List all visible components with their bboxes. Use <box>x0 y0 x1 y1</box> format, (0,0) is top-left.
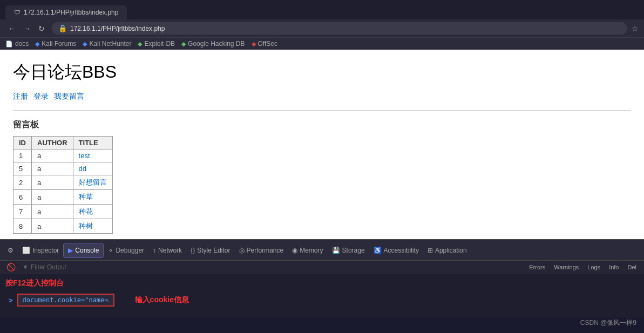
tab-application-label: Application <box>435 247 467 254</box>
cell-title: 种花 <box>73 205 112 219</box>
tab-storage-label: Storage <box>342 247 365 254</box>
tab-debugger-label: Debugger <box>116 247 144 254</box>
annotation-f12-row: 按F12进入控制台 <box>5 278 639 288</box>
tab-performance[interactable]: ◎ Performance <box>235 243 288 257</box>
bookmark-offsec[interactable]: ◆ OffSec <box>252 40 277 47</box>
console-input-row: > 输入cookie信息 <box>5 293 639 308</box>
badge-logs-button[interactable]: Logs <box>584 263 604 271</box>
storage-icon: 💾 <box>332 247 340 254</box>
tab-inspector[interactable]: ⬜ Inspector <box>18 243 63 257</box>
google-hacking-icon: ◆ <box>181 40 186 47</box>
cell-title: dd <box>73 162 112 175</box>
cell-title: 好想留言 <box>73 175 112 190</box>
bookmark-docs[interactable]: 📄 docs <box>5 40 29 47</box>
application-icon: ⊞ <box>428 247 433 254</box>
devtools-settings-btn[interactable]: ⚙ <box>3 243 18 257</box>
message-table: ID AUTHOR TITLE 1atest5add2a好想留言6a种草7a种花… <box>13 136 113 234</box>
tab-style-editor-label: Style Editor <box>197 247 230 254</box>
bookmark-kali-nethunter[interactable]: ◆ Kali NetHunter <box>83 40 131 47</box>
tab-network[interactable]: ↕ Network <box>148 243 186 257</box>
tab-storage[interactable]: 💾 Storage <box>328 243 369 257</box>
message-link[interactable]: 种树 <box>79 222 93 230</box>
cell-title: test <box>73 149 112 162</box>
console-prompt: > <box>9 296 13 304</box>
bookmarks-bar: 📄 docs ◆ Kali Forums ◆ Kali NetHunter ◆ … <box>0 37 644 50</box>
kali-forums-icon: ◆ <box>35 40 39 47</box>
browser-tab[interactable]: 🛡 172.16.1.1/PHP/jrltbbs/index.php <box>5 5 127 19</box>
bookmark-offsec-label: OffSec <box>258 40 277 47</box>
console-clear-button[interactable]: 🚫 <box>4 263 18 271</box>
nav-login[interactable]: 登录 <box>33 92 49 101</box>
section-title: 留言板 <box>13 119 631 131</box>
cell-author: a <box>32 149 73 162</box>
tab-debugger[interactable]: ⚬ Debugger <box>104 243 148 257</box>
bookmark-star-icon[interactable]: ☆ <box>632 24 639 33</box>
cell-id: 1 <box>13 149 32 162</box>
annotation-cookie-text: 输入cookie信息 <box>135 295 189 305</box>
shield-icon: 🛡 <box>14 9 21 16</box>
tab-memory-label: Memory <box>300 247 323 254</box>
message-link[interactable]: test <box>79 152 90 160</box>
console-filter-bar: 🚫 ▼ Filter Output Errors Warnings Logs I… <box>0 261 644 274</box>
reload-button[interactable]: ↻ <box>36 23 48 34</box>
cell-id: 2 <box>13 175 32 190</box>
tab-console-label: Console <box>75 247 99 254</box>
accessibility-icon: ♿ <box>374 247 382 254</box>
devtools-toolbar: ⚙ ⬜ Inspector ▶ Console ⚬ Debugger ↕ Net… <box>0 240 644 261</box>
address-bar[interactable]: 🔒 172.16.1.1/PHP/jrltbbs/index.php <box>52 22 627 35</box>
message-link[interactable]: 好想留言 <box>79 178 107 186</box>
cell-id: 7 <box>13 205 32 219</box>
address-bar-row: ← → ↻ 🔒 172.16.1.1/PHP/jrltbbs/index.php… <box>0 19 644 37</box>
lock-icon: 🔒 <box>58 24 67 32</box>
tab-memory[interactable]: ◉ Memory <box>288 243 327 257</box>
message-link[interactable]: 种草 <box>79 193 93 201</box>
nav-register[interactable]: 注册 <box>13 92 28 101</box>
table-row: 6a种草 <box>13 190 113 205</box>
cell-title: 种树 <box>73 219 112 234</box>
filter-output-label: Filter Output <box>31 263 66 271</box>
badge-warnings-button[interactable]: Warnings <box>551 263 582 271</box>
nav-leave-message[interactable]: 我要留言 <box>54 92 84 101</box>
table-row: 5add <box>13 162 113 175</box>
cell-author: a <box>32 162 73 175</box>
bookmark-google-hacking-label: Google Hacking DB <box>188 40 245 47</box>
docs-icon: 📄 <box>5 40 13 47</box>
back-button[interactable]: ← <box>5 23 18 34</box>
style-editor-icon: {} <box>191 247 195 254</box>
tab-style-editor[interactable]: {} Style Editor <box>186 243 234 257</box>
cell-id: 5 <box>13 162 32 175</box>
divider <box>13 110 631 111</box>
devtools: ⚙ ⬜ Inspector ▶ Console ⚬ Debugger ↕ Net… <box>0 239 644 317</box>
exploit-db-icon: ◆ <box>138 40 142 47</box>
forward-button[interactable]: → <box>21 23 33 34</box>
console-icon: ▶ <box>68 247 73 254</box>
debugger-icon: ⚬ <box>108 247 113 254</box>
message-link[interactable]: dd <box>79 165 86 173</box>
bookmark-google-hacking[interactable]: ◆ Google Hacking DB <box>181 40 245 47</box>
tab-application[interactable]: ⊞ Application <box>423 243 471 257</box>
bookmark-kali-nethunter-label: Kali NetHunter <box>89 40 131 47</box>
bookmark-kali-forums-label: Kali Forums <box>42 40 76 47</box>
bookmark-kali-forums[interactable]: ◆ Kali Forums <box>35 40 76 47</box>
badge-debug-button[interactable]: Del <box>624 263 640 271</box>
tab-accessibility[interactable]: ♿ Accessibility <box>369 243 423 257</box>
badge-info-button[interactable]: Info <box>606 263 622 271</box>
nav-buttons: ← → ↻ <box>5 23 48 34</box>
page-content: 今日论坛BBS 注册 登录 我要留言 留言板 ID AUTHOR TITLE 1… <box>0 50 644 239</box>
tab-inspector-label: Inspector <box>32 247 59 254</box>
message-link[interactable]: 种花 <box>79 207 93 215</box>
tab-accessibility-label: Accessibility <box>384 247 419 254</box>
tab-console[interactable]: ▶ Console <box>63 243 104 258</box>
performance-icon: ◎ <box>239 247 245 254</box>
badge-errors-button[interactable]: Errors <box>526 263 548 271</box>
address-text: 172.16.1.1/PHP/jrltbbs/index.php <box>70 25 165 32</box>
memory-icon: ◉ <box>292 247 297 254</box>
site-title-en: BBS <box>82 62 117 81</box>
nav-links: 注册 登录 我要留言 <box>13 92 631 101</box>
tab-performance-label: Performance <box>247 247 284 254</box>
table-row: 2a好想留言 <box>13 175 113 190</box>
table-row: 1atest <box>13 149 113 162</box>
col-author: AUTHOR <box>32 137 73 149</box>
bookmark-exploit-db[interactable]: ◆ Exploit-DB <box>138 40 175 47</box>
console-input[interactable] <box>17 294 114 307</box>
